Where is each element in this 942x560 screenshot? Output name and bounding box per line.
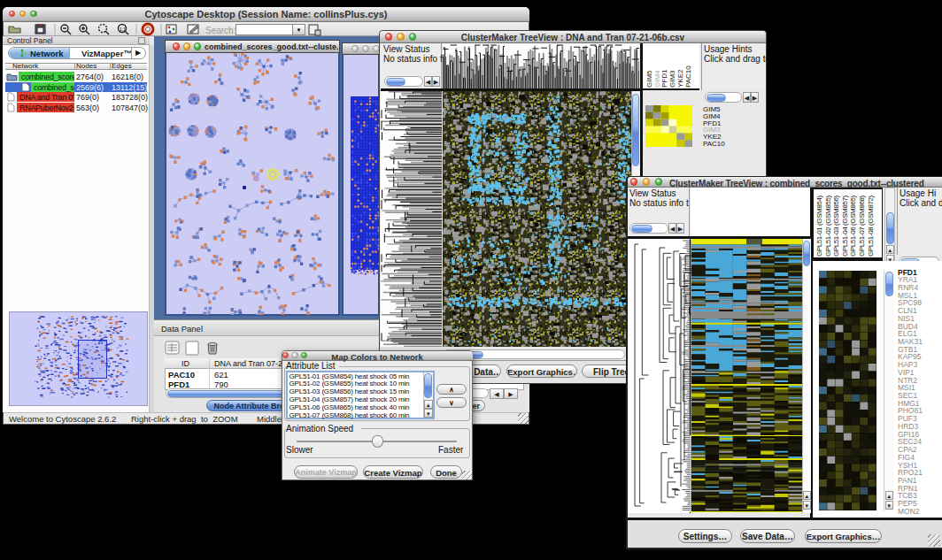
svg-text:1:1: 1:1 bbox=[120, 27, 126, 32]
